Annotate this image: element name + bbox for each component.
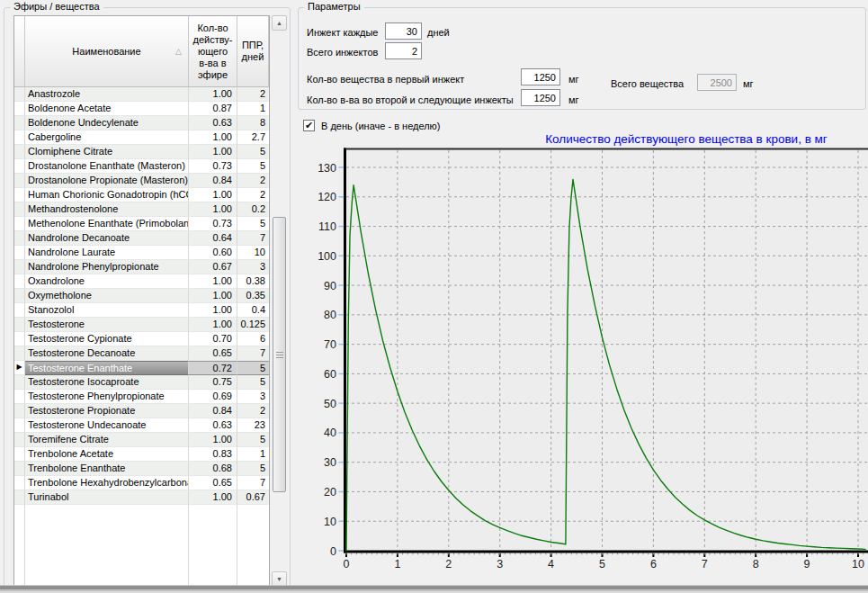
table-row[interactable]: Oxymetholone1.000.35 [14, 289, 269, 303]
table-row[interactable]: Trenbolone Hexahydrobenzylcarbonate0.657 [14, 476, 269, 490]
svg-text:80: 80 [324, 309, 336, 321]
cell-amount: 0.63 [189, 418, 237, 433]
next-injects-input[interactable] [521, 89, 560, 106]
table-row[interactable]: Human Chorionic Gonadotropin (hCG)1.002 [14, 188, 269, 202]
cell-name: Trenbolone Enanthate [25, 462, 189, 476]
cell-amount: 0.64 [189, 231, 237, 246]
row-marker-cell [14, 174, 25, 188]
header-ppr[interactable]: ППР, дней [237, 16, 269, 87]
first-inject-input[interactable] [521, 68, 560, 85]
esters-table: Наименование △ Кол-во действу- ющего в-в… [13, 15, 270, 587]
window-bottom-edge [0, 585, 868, 593]
esters-groupbox: Эфиры / вещества Наименование △ Кол-во д… [4, 7, 291, 589]
table-row[interactable]: Trenbolone Enanthate0.685 [14, 462, 269, 476]
header-name[interactable]: Наименование △ [25, 16, 189, 87]
table-row[interactable]: Nandrolone Decanoate0.647 [14, 231, 269, 246]
table-row[interactable]: Toremifene Citrate1.005 [14, 433, 269, 447]
cell-ppr: 0.35 [237, 289, 269, 303]
table-row[interactable]: Testosterone Phenylpropionate0.693 [14, 390, 269, 404]
cell-amount: 0.84 [189, 174, 237, 188]
cell-ppr: 7 [237, 346, 269, 361]
row-marker-cell [14, 462, 25, 476]
svg-text:0: 0 [330, 545, 336, 558]
table-row[interactable]: Drostanolone Enanthate (Masteron)0.735 [14, 159, 269, 174]
cell-amount: 0.65 [189, 346, 237, 361]
cell-amount: 1.00 [189, 289, 237, 303]
table-row[interactable]: Turinabol1.000.67 [14, 490, 269, 505]
scroll-up-icon: ▲ [276, 20, 282, 26]
header-amount[interactable]: Кол-во действу- ющего в-ва в эфире [189, 16, 237, 87]
table-row[interactable]: Methenolone Enanthate (Primobolan)0.735 [14, 217, 269, 231]
table-row[interactable]: Methandrostenolone1.000.2 [14, 202, 269, 217]
row-marker-cell [14, 102, 25, 116]
cell-amount: 0.87 [189, 102, 237, 116]
table-row[interactable]: Drostanolone Propionate (Masteron)0.842 [14, 174, 269, 188]
svg-text:7: 7 [702, 558, 708, 571]
cell-ppr: 2 [237, 174, 269, 188]
cell-amount: 1.00 [189, 274, 237, 289]
row-marker-cell [14, 231, 25, 246]
cell-name: Human Chorionic Gonadotropin (hCG) [25, 188, 189, 202]
table-row[interactable]: Boldenone Undecylenate0.638 [14, 116, 269, 130]
inject-every-unit: дней [427, 27, 450, 38]
svg-text:30: 30 [324, 456, 336, 469]
table-header-row: Наименование △ Кол-во действу- ющего в-в… [14, 16, 269, 87]
scrollbar-thumb[interactable] [273, 217, 286, 492]
cell-ppr: 8 [237, 116, 269, 130]
table-row[interactable]: Testosterone1.000.125 [14, 318, 269, 332]
inject-every-input[interactable] [385, 22, 422, 40]
total-injects-input[interactable] [385, 42, 422, 59]
cell-amount: 1.00 [189, 87, 237, 102]
table-row[interactable]: Testosterone Cypionate0.706 [14, 332, 269, 346]
cell-name: Testosterone Propionate [25, 404, 189, 418]
cell-name: Toremifene Citrate [25, 433, 189, 447]
table-row[interactable]: Trenbolone Acetate0.831 [14, 447, 269, 462]
svg-text:50: 50 [324, 398, 336, 410]
cell-name: Oxandrolone [25, 274, 189, 289]
table-row[interactable]: Nandrolone Laurate0.6010 [14, 246, 269, 260]
row-marker-cell [14, 346, 25, 361]
scroll-up-button[interactable]: ▲ [272, 15, 287, 31]
app-window: Эфиры / вещества Наименование △ Кол-во д… [0, 0, 868, 593]
table-row[interactable]: Cabergoline1.002.7 [14, 130, 269, 145]
table-row[interactable]: Testosterone Decanoate0.657 [14, 346, 269, 361]
row-marker-cell [14, 217, 25, 231]
table-row[interactable]: Boldenone Acetate0.871 [14, 102, 269, 116]
table-row[interactable]: ▶Testosterone Enanthate0.725 [14, 361, 269, 375]
selected-row-marker-icon: ▶ [14, 361, 25, 375]
cell-amount: 0.73 [189, 217, 237, 231]
svg-text:60: 60 [324, 368, 336, 381]
table-empty-area [14, 505, 269, 586]
cell-name: Turinabol [25, 490, 189, 505]
cell-amount: 0.68 [189, 462, 237, 476]
row-marker-cell [14, 289, 25, 303]
table-scrollbar[interactable]: ▲ ▼ [272, 15, 287, 587]
table-row[interactable]: Nandrolone Phenylpropionate0.673 [14, 260, 269, 274]
row-marker-cell [14, 87, 25, 102]
cell-amount: 0.72 [189, 361, 237, 375]
table-row[interactable]: Testosterone Isocaproate0.755 [14, 375, 269, 390]
cell-amount: 0.70 [189, 332, 237, 346]
cell-name: Testosterone Phenylpropionate [25, 390, 189, 404]
table-row[interactable]: Oxandrolone1.000.38 [14, 274, 269, 289]
row-marker-cell [14, 116, 25, 130]
cell-name: Trenbolone Acetate [25, 447, 189, 462]
cell-ppr: 3 [237, 390, 269, 404]
cell-amount: 0.69 [189, 390, 237, 404]
row-marker-cell [14, 274, 25, 289]
cell-ppr: 5 [237, 433, 269, 447]
sort-ascending-icon: △ [175, 46, 182, 58]
table-row[interactable]: Testosterone Undecanoate0.6323 [14, 418, 269, 433]
cell-ppr: 5 [237, 145, 269, 159]
cell-amount: 0.63 [189, 116, 237, 130]
cell-amount: 0.73 [189, 159, 237, 174]
table-row[interactable]: Clomiphene Citrate1.005 [14, 145, 269, 159]
cell-name: Trenbolone Hexahydrobenzylcarbonate [25, 476, 189, 490]
table-row[interactable]: Stanozolol1.000.4 [14, 303, 269, 318]
table-row[interactable]: Anastrozole1.002 [14, 87, 269, 102]
cell-name: Drostanolone Propionate (Masteron) [25, 174, 189, 188]
cell-amount: 1.00 [189, 318, 237, 332]
cell-name: Testosterone Cypionate [25, 332, 189, 346]
table-row[interactable]: Testosterone Propionate0.842 [14, 404, 269, 418]
next-injects-unit: мг [568, 94, 579, 105]
